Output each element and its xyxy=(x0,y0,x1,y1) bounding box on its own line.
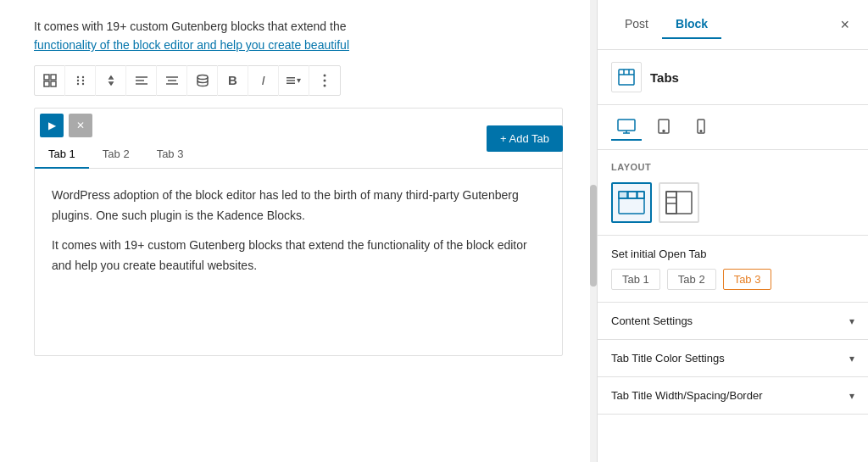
svg-rect-27 xyxy=(659,120,669,133)
svg-point-5 xyxy=(81,76,83,78)
scrollbar-thumb[interactable] xyxy=(590,185,597,287)
accordion-tab-title-spacing: Tab Title Width/Spacing/Border ▾ xyxy=(598,377,868,415)
svg-rect-1 xyxy=(51,75,56,80)
svg-point-28 xyxy=(663,131,665,132)
svg-point-17 xyxy=(324,74,326,76)
add-tab-button[interactable]: + Add Tab xyxy=(487,125,563,152)
svg-rect-0 xyxy=(44,75,49,80)
tab-title-spacing-header[interactable]: Tab Title Width/Spacing/Border ▾ xyxy=(598,377,868,414)
initial-open-tab-label: Set initial Open Tab xyxy=(611,248,854,260)
block-name-section: Tabs xyxy=(598,50,868,105)
svg-rect-36 xyxy=(666,192,692,214)
initial-open-tab-section: Set initial Open Tab Tab 1 Tab 2 Tab 3 xyxy=(598,236,868,303)
tab-title-color-header[interactable]: Tab Title Color Settings ▾ xyxy=(598,340,868,376)
svg-point-4 xyxy=(76,76,78,78)
svg-point-18 xyxy=(324,79,326,81)
toolbar-bold[interactable]: B xyxy=(218,65,248,96)
remove-button[interactable]: ✕ xyxy=(69,114,92,137)
tabs-navigation: Tab 1 Tab 2 Tab 3 xyxy=(35,141,562,169)
svg-rect-2 xyxy=(44,81,49,86)
device-icons xyxy=(598,105,868,150)
sidebar: Post Block × Tabs xyxy=(597,0,868,462)
layout-section-title: Layout xyxy=(611,162,854,172)
svg-rect-3 xyxy=(51,81,56,86)
tab-content-p2: It comes with 19+ custom Gutenberg block… xyxy=(52,236,545,276)
device-mobile[interactable] xyxy=(686,114,716,141)
tab-content-p1: WordPress adoption of the block editor h… xyxy=(52,186,545,226)
tab-content: WordPress adoption of the block editor h… xyxy=(35,169,562,355)
tab-selector-1[interactable]: Tab 1 xyxy=(611,269,660,290)
device-desktop[interactable] xyxy=(611,114,642,141)
toolbar-italic[interactable]: I xyxy=(248,65,279,96)
play-button[interactable]: ▶ xyxy=(40,114,64,137)
content-settings-chevron: ▾ xyxy=(849,315,854,327)
layout-vertical[interactable] xyxy=(659,182,699,223)
svg-point-9 xyxy=(81,83,83,85)
content-settings-title: Content Settings xyxy=(611,314,693,327)
tab-selector-3[interactable]: Tab 3 xyxy=(723,269,772,290)
tab-title-spacing-title: Tab Title Width/Spacing/Border xyxy=(611,389,762,402)
layout-horizontal[interactable] xyxy=(611,182,652,223)
tab-selectors: Tab 1 Tab 2 Tab 3 xyxy=(611,269,854,290)
svg-point-30 xyxy=(700,131,702,132)
toolbar-align-left[interactable] xyxy=(126,65,157,96)
block-icon xyxy=(611,62,642,92)
layout-section: Layout xyxy=(598,150,868,236)
tab-title-color-chevron: ▾ xyxy=(849,353,854,365)
tab-title-spacing-chevron: ▾ xyxy=(849,390,854,402)
block-toolbar: B I ▾ xyxy=(34,65,341,96)
block-label: Tabs xyxy=(650,70,679,85)
tab-selector-2[interactable]: Tab 2 xyxy=(667,269,716,290)
tab-nav-1[interactable]: Tab 1 xyxy=(35,141,89,169)
tabs-block: ▶ ✕ Tab 1 Tab 2 Tab 3 WordPress adoption… xyxy=(34,108,563,356)
svg-point-8 xyxy=(76,83,78,85)
tab-post[interactable]: Post xyxy=(611,10,662,39)
toolbar-drag[interactable] xyxy=(65,65,96,96)
svg-point-7 xyxy=(81,80,83,81)
toolbar-block-type[interactable] xyxy=(35,65,65,96)
sidebar-tab-group: Post Block xyxy=(611,10,721,39)
sidebar-header: Post Block × xyxy=(598,0,868,50)
svg-rect-20 xyxy=(619,70,634,85)
tab-nav-2[interactable]: Tab 2 xyxy=(89,141,143,169)
svg-rect-37 xyxy=(666,192,676,214)
svg-point-19 xyxy=(324,84,326,86)
svg-rect-32 xyxy=(619,192,627,198)
toolbar-options[interactable] xyxy=(309,65,340,96)
accordion-content-settings: Content Settings ▾ xyxy=(598,303,868,340)
accordion-tab-title-color: Tab Title Color Settings ▾ xyxy=(598,340,868,377)
editor-area: It comes with 19+ custom Gutenberg block… xyxy=(0,0,597,462)
svg-rect-33 xyxy=(628,192,637,198)
svg-rect-34 xyxy=(637,192,644,198)
tab-title-color-title: Tab Title Color Settings xyxy=(611,352,725,365)
layout-options xyxy=(611,182,854,223)
toolbar-move[interactable] xyxy=(96,65,126,96)
tab-nav-3[interactable]: Tab 3 xyxy=(143,141,198,169)
svg-rect-24 xyxy=(618,120,635,131)
toolbar-more-formats[interactable]: ▾ xyxy=(279,65,309,96)
device-tablet[interactable] xyxy=(648,114,679,141)
toolbar-database[interactable] xyxy=(187,65,218,96)
close-sidebar-button[interactable]: × xyxy=(835,14,854,36)
content-settings-header[interactable]: Content Settings ▾ xyxy=(598,303,868,339)
scrollbar-track[interactable] xyxy=(590,0,597,462)
tab-block[interactable]: Block xyxy=(662,10,721,39)
svg-point-6 xyxy=(76,80,78,81)
preview-text: It comes with 19+ custom Gutenberg block… xyxy=(34,17,563,55)
svg-point-16 xyxy=(198,75,208,79)
toolbar-align-center[interactable] xyxy=(157,65,187,96)
